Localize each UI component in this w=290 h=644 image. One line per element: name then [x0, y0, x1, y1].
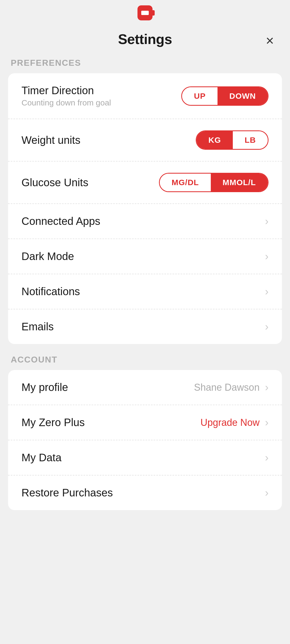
row-label-glucose-units: Glucose Units: [21, 177, 88, 189]
section-label-account: ACCOUNT: [0, 355, 290, 370]
close-button[interactable]: ×: [266, 34, 274, 47]
row-label-timer-direction: Timer Direction: [21, 85, 111, 97]
row-label-my-zero-plus: My Zero Plus: [21, 416, 85, 429]
chevron-icon-emails: ›: [265, 321, 269, 333]
row-label-connected-apps: Connected Apps: [21, 215, 100, 227]
row-label-weight-units: Weight units: [21, 134, 80, 146]
settings-row-my-data[interactable]: My Data›: [8, 440, 282, 475]
settings-row-glucose-units: Glucose UnitsMG/DLMMOL/L: [8, 162, 282, 204]
settings-row-my-profile[interactable]: My profileShane Dawson›: [8, 370, 282, 405]
section-card-account: My profileShane Dawson›My Zero PlusUpgra…: [8, 370, 282, 510]
row-label-notifications: Notifications: [21, 286, 80, 298]
header: Settings ×: [0, 23, 290, 58]
row-label-my-data: My Data: [21, 452, 61, 464]
row-label-restore-purchases: Restore Purchases: [21, 487, 113, 499]
settings-row-notifications[interactable]: Notifications›: [8, 274, 282, 309]
row-label-my-profile: My profile: [21, 381, 68, 393]
row-sublabel-timer-direction: Counting down from goal: [21, 98, 111, 107]
row-label-emails: Emails: [21, 321, 54, 333]
toggle-option-glucose-units-mg/dl[interactable]: MG/DL: [160, 174, 211, 191]
chevron-icon-my-zero-plus: ›: [265, 416, 269, 429]
page-title: Settings: [118, 31, 172, 47]
row-value-my-profile: Shane Dawson: [194, 382, 260, 393]
toggle-option-weight-units-kg[interactable]: KG: [197, 131, 233, 149]
row-label-dark-mode: Dark Mode: [21, 250, 74, 262]
settings-row-restore-purchases[interactable]: Restore Purchases›: [8, 475, 282, 510]
chevron-icon-my-profile: ›: [265, 381, 269, 393]
toggle-option-weight-units-lb[interactable]: LB: [233, 131, 268, 149]
settings-row-connected-apps[interactable]: Connected Apps›: [8, 204, 282, 239]
toggle-option-timer-direction-up[interactable]: UP: [182, 87, 218, 105]
chevron-icon-connected-apps: ›: [265, 215, 269, 227]
toggle-group-weight-units[interactable]: KGLB: [196, 130, 269, 150]
toggle-option-timer-direction-down[interactable]: DOWN: [218, 87, 268, 105]
settings-row-emails[interactable]: Emails›: [8, 309, 282, 344]
section-card-preferences: Timer DirectionCounting down from goalUP…: [8, 73, 282, 344]
settings-row-weight-units: Weight unitsKGLB: [8, 119, 282, 162]
chevron-icon-my-data: ›: [265, 452, 269, 464]
settings-row-timer-direction: Timer DirectionCounting down from goalUP…: [8, 73, 282, 119]
row-value-my-zero-plus: Upgrade Now: [201, 417, 260, 428]
toggle-group-timer-direction[interactable]: UPDOWN: [181, 86, 269, 106]
chevron-icon-notifications: ›: [265, 286, 269, 298]
settings-row-dark-mode[interactable]: Dark Mode›: [8, 239, 282, 274]
toggle-group-glucose-units[interactable]: MG/DLMMOL/L: [159, 173, 269, 192]
chevron-icon-dark-mode: ›: [265, 250, 269, 262]
status-bar: [0, 0, 290, 23]
section-label-preferences: PREFERENCES: [0, 58, 290, 73]
battery-icon: [137, 5, 153, 20]
settings-row-my-zero-plus[interactable]: My Zero PlusUpgrade Now›: [8, 405, 282, 440]
toggle-option-glucose-units-mmol/l[interactable]: MMOL/L: [211, 174, 268, 191]
chevron-icon-restore-purchases: ›: [265, 487, 269, 499]
